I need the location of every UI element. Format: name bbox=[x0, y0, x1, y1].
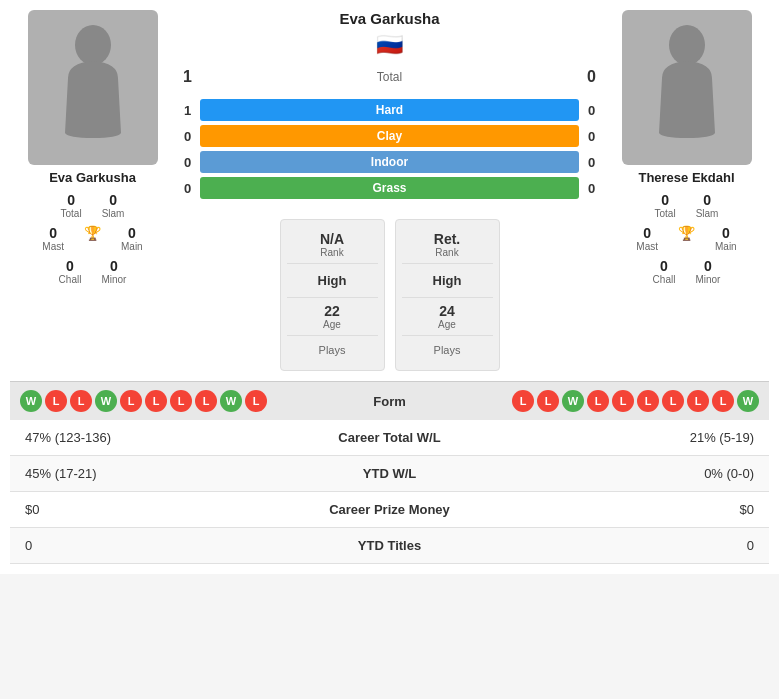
left-high-item: High bbox=[287, 269, 378, 292]
clay-row: 0 Clay 0 bbox=[175, 125, 604, 147]
left-player-avatar bbox=[28, 10, 158, 165]
right-form-badge-L: L bbox=[687, 390, 709, 412]
left-form-badge-L: L bbox=[170, 390, 192, 412]
right-form-badge-L: L bbox=[637, 390, 659, 412]
stat-center-2: Career Prize Money bbox=[298, 492, 480, 528]
left-player-name: Eva Garkusha bbox=[49, 170, 136, 185]
clay-badge: Clay bbox=[200, 125, 579, 147]
left-stat-slam: 0 Slam bbox=[102, 192, 125, 219]
stats-table: 47% (123-136) Career Total W/L 21% (5-19… bbox=[10, 420, 769, 564]
right-stat-slam: 0 Slam bbox=[696, 192, 719, 219]
right-player-name: Therese Ekdahl bbox=[638, 170, 734, 185]
right-stat-mast: 0 Mast bbox=[636, 225, 658, 252]
stats-row-1: 45% (17-21) YTD W/L 0% (0-0) bbox=[10, 456, 769, 492]
svg-point-1 bbox=[669, 25, 705, 65]
right-player-avatar bbox=[622, 10, 752, 165]
left-age-item: 22 Age bbox=[287, 303, 378, 330]
grass-row: 0 Grass 0 bbox=[175, 177, 604, 199]
left-stats-row-2: 0 Mast 🏆 0 Main bbox=[42, 225, 142, 252]
right-rank-item: Ret. Rank bbox=[402, 231, 493, 258]
left-rank-item: N/A Rank bbox=[287, 231, 378, 258]
center-section: Eva Garkusha 🇷🇺 1 Total 0 1 Hard 0 0 Cla… bbox=[175, 10, 604, 371]
stat-left-3: 0 bbox=[10, 528, 298, 564]
stat-center-1: YTD W/L bbox=[298, 456, 480, 492]
left-trophy-icon: 🏆 bbox=[84, 225, 101, 252]
stats-row-2: $0 Career Prize Money $0 bbox=[10, 492, 769, 528]
right-stat-chall: 0 Chall bbox=[653, 258, 676, 285]
right-stat-total: 0 Total bbox=[655, 192, 676, 219]
right-form-badge-L: L bbox=[512, 390, 534, 412]
left-stats-row-1: 0 Total 0 Slam bbox=[61, 192, 125, 219]
right-stats-row-2: 0 Mast 🏆 0 Main bbox=[636, 225, 736, 252]
left-player-section: Eva Garkusha 0 Total 0 Slam 0 Mast bbox=[10, 10, 175, 371]
right-player-section: Therese Ekdahl 0 Total 0 Slam 0 Mast bbox=[604, 10, 769, 371]
left-stat-total: 0 Total bbox=[61, 192, 82, 219]
right-stat-main: 0 Main bbox=[715, 225, 737, 252]
stat-center-3: YTD Titles bbox=[298, 528, 480, 564]
stat-right-3: 0 bbox=[481, 528, 769, 564]
center-left-name: Eva Garkusha bbox=[339, 10, 439, 28]
right-form-badge-W: W bbox=[562, 390, 584, 412]
left-stat-minor: 0 Minor bbox=[101, 258, 126, 285]
stat-right-1: 0% (0-0) bbox=[481, 456, 769, 492]
stat-right-0: 21% (5-19) bbox=[481, 420, 769, 456]
stat-left-2: $0 bbox=[10, 492, 298, 528]
stats-row-0: 47% (123-136) Career Total W/L 21% (5-19… bbox=[10, 420, 769, 456]
grass-badge: Grass bbox=[200, 177, 579, 199]
left-form-badge-L: L bbox=[245, 390, 267, 412]
indoor-badge: Indoor bbox=[200, 151, 579, 173]
right-form-badge-L: L bbox=[662, 390, 684, 412]
left-form-badge-W: W bbox=[220, 390, 242, 412]
stat-center-0: Career Total W/L bbox=[298, 420, 480, 456]
left-form-badge-L: L bbox=[45, 390, 67, 412]
left-stat-mast: 0 Mast bbox=[42, 225, 64, 252]
right-player-stats: 0 Total 0 Slam 0 Mast 🏆 bbox=[604, 189, 769, 288]
hard-badge: Hard bbox=[200, 99, 579, 121]
left-form-badge-L: L bbox=[70, 390, 92, 412]
left-form-badge-L: L bbox=[195, 390, 217, 412]
left-form-badge-L: L bbox=[120, 390, 142, 412]
right-info-box: Ret. Rank High 24 Age Plays bbox=[395, 219, 500, 371]
left-flag: 🇷🇺 bbox=[376, 32, 403, 58]
right-age-item: 24 Age bbox=[402, 303, 493, 330]
right-stats-row-3: 0 Chall 0 Minor bbox=[653, 258, 721, 285]
left-form-badges: WLLWLLLLWL bbox=[20, 390, 267, 412]
right-form-badge-L: L bbox=[712, 390, 734, 412]
right-form-badge-L: L bbox=[587, 390, 609, 412]
left-info-box: N/A Rank High 22 Age Plays bbox=[280, 219, 385, 371]
stat-left-0: 47% (123-136) bbox=[10, 420, 298, 456]
indoor-row: 0 Indoor 0 bbox=[175, 151, 604, 173]
left-player-stats: 0 Total 0 Slam 0 Mast 🏆 bbox=[10, 189, 175, 288]
stat-left-1: 45% (17-21) bbox=[10, 456, 298, 492]
total-row: 1 Total 0 bbox=[175, 68, 604, 86]
right-plays-item: Plays bbox=[402, 341, 493, 359]
surface-rows: 1 Hard 0 0 Clay 0 0 Indoor 0 0 Grass bbox=[175, 95, 604, 203]
left-form-badge-W: W bbox=[95, 390, 117, 412]
right-form-badge-L: L bbox=[537, 390, 559, 412]
right-stats-row-1: 0 Total 0 Slam bbox=[655, 192, 719, 219]
left-plays-item: Plays bbox=[287, 341, 378, 359]
svg-point-0 bbox=[75, 25, 111, 65]
right-stat-minor: 0 Minor bbox=[695, 258, 720, 285]
left-stat-main: 0 Main bbox=[121, 225, 143, 252]
left-form-badge-W: W bbox=[20, 390, 42, 412]
player-comparison: Eva Garkusha 0 Total 0 Slam 0 Mast bbox=[10, 10, 769, 371]
right-high-item: High bbox=[402, 269, 493, 292]
left-stats-row-3: 0 Chall 0 Minor bbox=[59, 258, 127, 285]
stat-right-2: $0 bbox=[481, 492, 769, 528]
right-trophy-icon: 🏆 bbox=[678, 225, 695, 252]
main-container: Eva Garkusha 0 Total 0 Slam 0 Mast bbox=[0, 0, 779, 574]
stats-row-3: 0 YTD Titles 0 bbox=[10, 528, 769, 564]
left-stat-chall: 0 Chall bbox=[59, 258, 82, 285]
hard-row: 1 Hard 0 bbox=[175, 99, 604, 121]
right-form-badge-W: W bbox=[737, 390, 759, 412]
right-form-badges: LLWLLLLLLW bbox=[512, 390, 759, 412]
form-section: WLLWLLLLWL Form LLWLLLLLLW bbox=[10, 381, 769, 420]
left-form-badge-L: L bbox=[145, 390, 167, 412]
form-label: Form bbox=[350, 394, 430, 409]
right-form-badge-L: L bbox=[612, 390, 634, 412]
